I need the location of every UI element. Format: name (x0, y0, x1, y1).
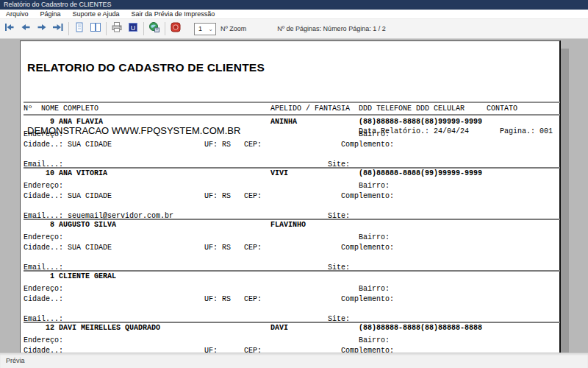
status-text: Prévia (6, 357, 25, 364)
svg-text:U: U (131, 24, 136, 32)
record-name-line: 1 CLIENTE GERAL (24, 272, 116, 280)
last-page-icon (52, 21, 64, 36)
toolbar-separator (165, 22, 165, 35)
print-button[interactable] (109, 21, 125, 37)
record-city-line: Cidade..: SUA CIDADE UF: RS CEP: Complem… (24, 141, 394, 149)
menu-item-1[interactable]: Página (35, 10, 67, 19)
column-header-rule (24, 114, 560, 116)
record-email-line: Email...: Site: (24, 263, 350, 272)
single-page-view-button[interactable] (71, 21, 87, 37)
toolbar-separator (68, 22, 69, 35)
zoom-value: 1 (198, 25, 202, 32)
report-title: RELATORIO DO CADASTRO DE CLIENTES (27, 61, 265, 74)
zoom-select[interactable]: 1 ⌄ (194, 23, 216, 35)
prev-page-button[interactable] (18, 21, 34, 37)
record-email-line: Email...: Site: (24, 160, 350, 169)
status-bar: Prévia (0, 353, 588, 368)
record-address-line: Endereço: Bairro: (24, 182, 390, 190)
print-icon (111, 21, 123, 36)
first-page-button[interactable] (1, 21, 18, 37)
app-window: Relatório do Cadastro de CLIENTES Arquiv… (0, 0, 588, 368)
prev-page-icon (20, 21, 32, 36)
toolbar: U 1 ⌄ Nº Zoom Nº de Páginas: Número Pági… (0, 19, 588, 39)
record-row-2: 8 AUGUSTO SILVA FLAVINHOEndereço: Bairro… (24, 220, 560, 272)
record-email-line: Email...: seuemail@servidor.com.br Site: (24, 212, 350, 220)
two-page-view-button[interactable] (87, 21, 104, 37)
close-preview-button[interactable] (168, 21, 184, 37)
window-title: Relatório do Cadastro de CLIENTES (4, 1, 112, 8)
record-email-line: Email...: Site: (24, 315, 350, 323)
title-bar: Relatório do Cadastro de CLIENTES (0, 0, 588, 10)
two-page-view-icon (90, 21, 101, 36)
record-address-line: Endereço: Bairro: (24, 130, 390, 138)
record-name-line: 8 AUGUSTO SILVA FLAVINHO (24, 221, 306, 229)
menu-item-2[interactable]: Suporte e Ajuda (67, 10, 126, 19)
record-city-line: Cidade..: SUA CIDADE UF: RS CEP: Complem… (24, 244, 394, 252)
last-page-button[interactable] (50, 21, 66, 37)
header-rule (24, 102, 560, 103)
report-column-header-line: Nº NOME COMPLETO APELIDO / FANTASIA DDD … (24, 105, 517, 113)
single-page-view-icon (74, 21, 85, 36)
records-list: 9 ANA FLAVIA ANINHA (88)88888-8888(88)99… (24, 117, 560, 353)
toolbar-separator (143, 22, 144, 35)
save-export-button[interactable] (146, 21, 162, 37)
record-address-line: Endereço: Bairro: (24, 336, 390, 344)
preview-area[interactable]: RELATORIO DO CADASTRO DE CLIENTES DEMONS… (0, 39, 588, 353)
menu-item-0[interactable]: Arquivo (0, 10, 35, 19)
record-name-line: 12 DAVI MEIRELLES QUADRADO DAVI (88)8888… (24, 324, 482, 332)
print-setup-icon: U (127, 21, 139, 36)
toolbar-separator (106, 22, 107, 35)
record-row-0: 9 ANA FLAVIA ANINHA (88)88888-8888(88)99… (24, 117, 560, 169)
save-export-icon (148, 21, 160, 36)
record-row-3: 1 CLIENTE GERALEndereço: Bairro:Cidade..… (24, 272, 560, 323)
next-page-icon (36, 21, 48, 36)
print-setup-button[interactable]: U (125, 21, 141, 37)
next-page-button[interactable] (34, 21, 50, 37)
close-preview-icon (170, 21, 182, 36)
first-page-icon (4, 21, 15, 36)
menu-bar: ArquivoPáginaSuporte e AjudaSair da Prév… (0, 10, 588, 19)
record-name-line: 9 ANA FLAVIA ANINHA (88)88888-8888(88)99… (24, 118, 482, 126)
record-name-line: 10 ANA VITORIA VIVI (88)88888-8888(99)99… (24, 169, 482, 177)
report-page: RELATORIO DO CADASTRO DE CLIENTES DEMONS… (20, 40, 561, 353)
record-city-line: Cidade..: UF: CEP: Complemento: (24, 347, 394, 353)
zoom-label: Nº Zoom (220, 25, 246, 32)
pages-label: Nº de Páginas: Número Página: 1 / 2 (277, 25, 385, 32)
record-address-line: Endereço: Bairro: (24, 233, 390, 241)
record-city-line: Cidade..: UF: RS CEP: Complemento: (24, 295, 394, 303)
record-row-4: 12 DAVI MEIRELLES QUADRADO DAVI (88)8888… (24, 323, 560, 353)
menu-item-3[interactable]: Sair da Prévia de Impressão (126, 10, 221, 19)
chevron-down-icon: ⌄ (208, 26, 213, 32)
record-city-line: Cidade..: SUA CIDADE UF: RS CEP: Complem… (24, 192, 394, 200)
record-row-1: 10 ANA VITORIA VIVI (88)88888-8888(99)99… (24, 169, 560, 220)
record-address-line: Endereço: Bairro: (24, 285, 390, 293)
